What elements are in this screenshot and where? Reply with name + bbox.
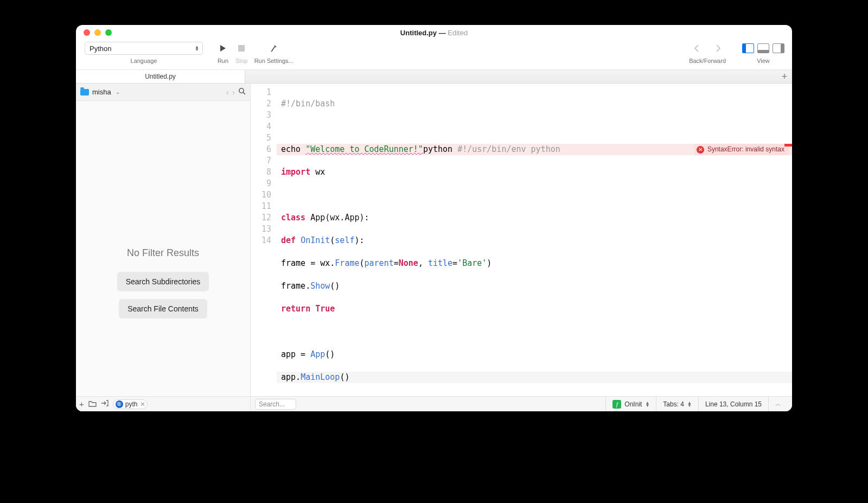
search-subdirectories-button[interactable]: Search Subdirectories — [117, 272, 209, 291]
stop-button[interactable] — [235, 42, 247, 54]
code-token: ) — [487, 258, 492, 268]
sidebar-body: No Filter Results Search Subdirectories … — [76, 101, 250, 396]
new-tab-button[interactable]: + — [777, 70, 792, 83]
code-token: MainLoop — [301, 372, 340, 382]
code-token: () — [330, 281, 340, 291]
code-token: return — [281, 304, 310, 314]
minimize-button[interactable] — [94, 29, 101, 36]
search-icon[interactable] — [238, 87, 246, 97]
no-filter-results-label: No Filter Results — [127, 247, 199, 259]
new-folder-icon[interactable] — [88, 399, 97, 409]
code-token: python — [423, 144, 457, 154]
sidebar-folder-name[interactable]: misha — [92, 88, 111, 96]
code-token: = — [452, 258, 457, 268]
back-button[interactable] — [691, 42, 703, 54]
view-bottom-panel-button[interactable] — [757, 43, 769, 53]
code-token: ( — [360, 258, 365, 268]
code-token: app = — [281, 349, 310, 359]
code-token: echo — [281, 144, 305, 154]
cursor-position: Line 13, Column 15 — [698, 397, 768, 411]
stop-group: Stop — [232, 40, 251, 64]
error-badge[interactable]: ✕SyntaxError: invalid syntax — [694, 144, 789, 155]
search-file-contents-button[interactable]: Search File Contents — [119, 299, 207, 319]
clear-filter-icon[interactable]: ✕ — [140, 400, 145, 408]
chevron-up-icon: ︿ — [775, 400, 781, 408]
line-number: 8 — [251, 167, 271, 178]
run-settings-button[interactable] — [268, 42, 280, 54]
nav-group: Back/Forward — [686, 40, 729, 64]
app-window: Untitled.py — Edited Python ▲▼ Language … — [76, 25, 792, 411]
language-selector[interactable]: Python ▲▼ — [85, 42, 203, 55]
window-title: Untitled.py — Edited — [76, 29, 792, 37]
code-token: App(wx.App): — [305, 213, 369, 222]
updown-icon: ▲▼ — [687, 402, 692, 407]
code-token: #!/usr/bin/env python — [457, 144, 560, 154]
code-token: OnInit — [301, 235, 330, 245]
code-lines[interactable]: #!/bin/bash echo "Welcome to CodeRunner!… — [277, 84, 792, 396]
function-selector[interactable]: f OnInit ▲▼ — [605, 397, 656, 411]
code-token: frame = wx. — [281, 258, 335, 268]
stop-label: Stop — [235, 58, 248, 64]
sidebar-footer: + ⦿ pyth ✕ — [76, 396, 250, 411]
line-number: 14 — [251, 235, 271, 246]
tab-untitled[interactable]: Untitled.py — [76, 70, 245, 83]
search-field[interactable]: Search... — [255, 399, 296, 410]
close-button[interactable] — [84, 29, 90, 36]
line-number: 1 — [251, 87, 271, 98]
code-token: ( — [330, 235, 335, 245]
function-name: OnInit — [624, 400, 642, 408]
view-left-panel-button[interactable] — [742, 43, 754, 53]
code-area[interactable]: 1234567891011121314 #!/bin/bash echo "We… — [251, 84, 792, 396]
code-token: () — [325, 349, 335, 359]
chevron-down-icon[interactable]: ⌄ — [116, 89, 120, 95]
sidebar-nav: ‹ › — [226, 87, 246, 97]
filter-chip-icon: ⦿ — [116, 400, 123, 408]
svg-rect-0 — [238, 45, 245, 52]
error-line: echo "Welcome to CodeRunner!"python #!/u… — [277, 144, 792, 155]
svg-point-1 — [239, 88, 244, 93]
updown-icon: ▲▼ — [195, 46, 199, 51]
sidebar-forward-icon[interactable]: › — [232, 87, 235, 97]
language-label: Language — [131, 58, 157, 64]
collapse-button[interactable]: ︿ — [768, 397, 788, 411]
tabs-selector[interactable]: Tabs: 4 ▲▼ — [656, 397, 698, 411]
error-icon: ✕ — [697, 146, 704, 154]
view-right-panel-button[interactable] — [773, 43, 784, 53]
updown-icon: ▲▼ — [645, 402, 649, 407]
code-token — [310, 304, 315, 314]
titlebar: Untitled.py — Edited — [76, 25, 792, 40]
code-token: frame. — [281, 281, 310, 291]
code-token: = — [394, 258, 399, 268]
folder-icon — [80, 89, 89, 95]
line-number: 5 — [251, 132, 271, 144]
code-token: ): — [354, 235, 364, 245]
function-icon: f — [612, 400, 621, 409]
run-label: Run — [218, 58, 228, 64]
code-token: None — [399, 258, 418, 268]
code-token — [296, 235, 301, 245]
filter-chip[interactable]: ⦿ pyth ✕ — [113, 399, 148, 409]
run-button[interactable] — [217, 42, 229, 54]
add-icon[interactable]: + — [79, 399, 84, 409]
code-token: Frame — [335, 258, 359, 268]
import-icon[interactable] — [101, 399, 108, 409]
forward-button[interactable] — [712, 42, 724, 54]
line-number: 7 — [251, 155, 271, 167]
statusbar: Search... f OnInit ▲▼ Tabs: 4 ▲▼ Line 13… — [251, 396, 792, 411]
window-controls — [84, 29, 112, 36]
sidebar-back-icon[interactable]: ‹ — [226, 87, 229, 97]
code-token: () — [340, 372, 349, 382]
title-filename: Untitled.py — [400, 29, 437, 37]
title-state: Edited — [448, 29, 468, 37]
zoom-button[interactable] — [105, 29, 112, 36]
code-token: , — [418, 258, 428, 268]
run-group: Run — [214, 40, 232, 64]
sidebar: misha ⌄ ‹ › No Filter Results Search Sub… — [76, 84, 251, 411]
code-token: App — [310, 349, 325, 359]
code-token: app. — [281, 372, 301, 382]
body: misha ⌄ ‹ › No Filter Results Search Sub… — [76, 84, 792, 411]
code-token: self — [335, 235, 354, 245]
run-settings-group: Run Settings... — [251, 40, 297, 64]
toolbar: Python ▲▼ Language Run Stop — [76, 40, 792, 69]
code-token: #!/bin/bash — [281, 99, 335, 109]
